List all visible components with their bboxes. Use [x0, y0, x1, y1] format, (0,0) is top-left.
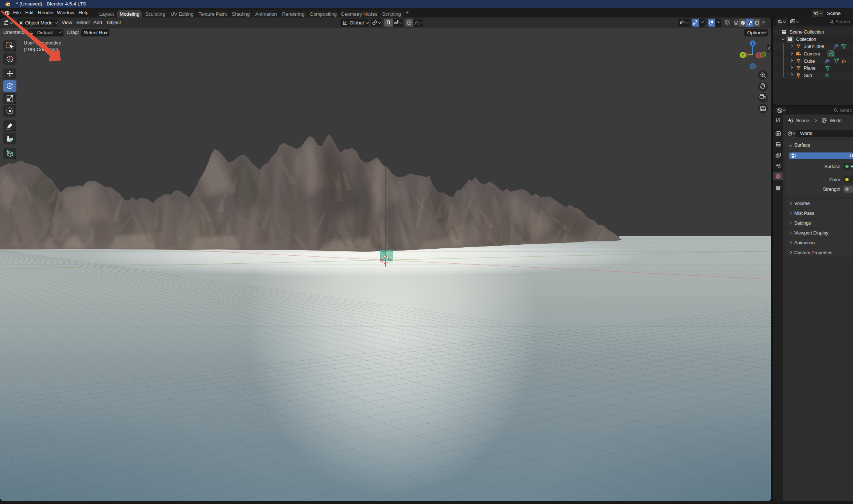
- svg-text:Z: Z: [752, 41, 754, 46]
- svg-text:Y: Y: [741, 53, 744, 57]
